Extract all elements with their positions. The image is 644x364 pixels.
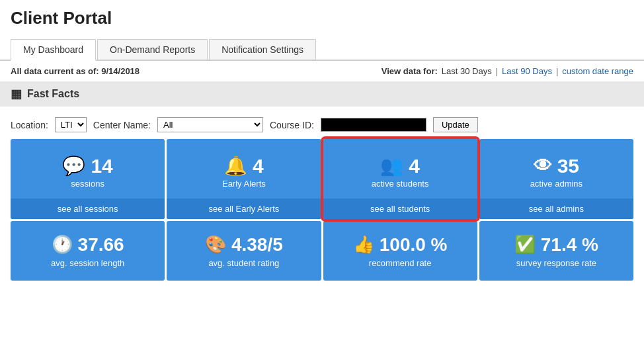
active-admins-icon: 👁 — [534, 155, 552, 177]
separator-2: | — [556, 66, 558, 76]
course-id-label: Course ID: — [270, 120, 314, 130]
avg-session-length-card: 🕐 37.66 avg. session length — [11, 221, 165, 281]
active-students-card-top: 👥 4 active students — [323, 139, 477, 199]
grid-icon: ▦ — [11, 87, 22, 101]
filters-bar: Location: LTI Center Name: All Course ID… — [0, 113, 644, 139]
sessions-card[interactable]: 💬 14 sessions see all sessions — [11, 139, 165, 219]
early-alerts-number-row: 🔔 4 — [224, 155, 264, 177]
avg-student-rating-card: 🎨 4.38/5 avg. student rating — [167, 221, 321, 281]
avg-student-rating-label: avg. student rating — [208, 258, 279, 268]
recommend-rate-number-row: 👍 100.0 % — [353, 234, 448, 255]
sessions-icon: 💬 — [62, 155, 85, 177]
avg-session-length-number: 37.66 — [78, 234, 124, 255]
avg-student-rating-icon: 🎨 — [205, 234, 226, 255]
early-alerts-footer[interactable]: see all Early Alerts — [167, 199, 321, 219]
survey-response-rate-number-row: ✅ 71.4 % — [514, 234, 598, 255]
early-alerts-icon: 🔔 — [224, 155, 247, 177]
active-students-number: 4 — [409, 155, 420, 177]
active-admins-number: 35 — [557, 155, 579, 177]
sessions-card-top: 💬 14 sessions — [11, 139, 165, 199]
page-title: Client Portal — [11, 8, 633, 28]
last-30-days-text: Last 30 Days — [442, 66, 492, 76]
survey-response-rate-label: survey response rate — [516, 258, 596, 268]
active-admins-label: active admins — [530, 179, 583, 189]
early-alerts-card[interactable]: 🔔 4 Early Alerts see all Early Alerts — [167, 139, 321, 219]
tabs-bar: My Dashboard On-Demand Reports Notificat… — [0, 39, 644, 61]
data-bar: All data current as of: 9/14/2018 View d… — [0, 61, 644, 81]
sessions-label: sessions — [71, 179, 104, 189]
active-admins-footer[interactable]: see all admins — [479, 199, 633, 219]
avg-session-length-icon: 🕐 — [52, 234, 73, 255]
tab-my-dashboard[interactable]: My Dashboard — [11, 39, 96, 61]
active-admins-card-top: 👁 35 active admins — [479, 139, 633, 199]
location-select[interactable]: LTI — [55, 117, 87, 132]
update-button[interactable]: Update — [433, 117, 478, 132]
course-id-input[interactable] — [321, 118, 426, 132]
tab-on-demand-reports[interactable]: On-Demand Reports — [97, 39, 208, 60]
survey-response-rate-icon: ✅ — [514, 234, 536, 255]
sessions-number: 14 — [91, 155, 112, 177]
recommend-rate-card: 👍 100.0 % recommend rate — [323, 221, 477, 281]
current-data-label: All data current as of: 9/14/2018 — [11, 66, 140, 76]
center-name-select[interactable]: All — [157, 117, 263, 132]
avg-student-rating-number: 4.38/5 — [231, 234, 283, 255]
separator-1: | — [496, 66, 498, 76]
active-students-footer[interactable]: see all students — [323, 199, 477, 219]
location-label: Location: — [11, 120, 48, 130]
view-data-label: View data for: — [382, 66, 438, 76]
survey-response-rate-card: ✅ 71.4 % survey response rate — [479, 221, 633, 281]
last-90-days-link[interactable]: Last 90 Days — [502, 66, 552, 76]
center-name-label: Center Name: — [93, 120, 151, 130]
fast-facts-title: Fast Facts — [27, 88, 79, 100]
avg-session-length-number-row: 🕐 37.66 — [52, 234, 124, 255]
early-alerts-card-top: 🔔 4 Early Alerts — [167, 139, 321, 199]
sessions-footer[interactable]: see all sessions — [11, 199, 165, 219]
early-alerts-label: Early Alerts — [222, 179, 266, 189]
recommend-rate-icon: 👍 — [353, 234, 374, 255]
active-admins-number-row: 👁 35 — [534, 155, 579, 177]
active-students-card[interactable]: 👥 4 active students see all students — [323, 139, 477, 219]
sessions-number-row: 💬 14 — [62, 155, 112, 177]
view-data-controls: View data for: Last 30 Days | Last 90 Da… — [382, 66, 633, 76]
fast-facts-grid: 💬 14 sessions see all sessions 🔔 4 Early… — [0, 139, 644, 291]
active-students-label: active students — [372, 179, 429, 189]
survey-response-rate-number: 71.4 % — [541, 234, 598, 255]
custom-date-range-link[interactable]: custom date range — [562, 66, 633, 76]
fast-facts-section-header: ▦ Fast Facts — [0, 81, 644, 107]
active-admins-card[interactable]: 👁 35 active admins see all admins — [479, 139, 633, 219]
avg-session-length-label: avg. session length — [51, 258, 124, 268]
active-students-number-row: 👥 4 — [380, 155, 420, 177]
tab-notification-settings[interactable]: Notification Settings — [209, 39, 316, 60]
early-alerts-number: 4 — [253, 155, 264, 177]
avg-student-rating-number-row: 🎨 4.38/5 — [205, 234, 283, 255]
recommend-rate-number: 100.0 % — [380, 234, 448, 255]
recommend-rate-label: recommend rate — [369, 258, 432, 268]
active-students-icon: 👥 — [380, 155, 403, 177]
page-header: Client Portal — [0, 0, 644, 39]
